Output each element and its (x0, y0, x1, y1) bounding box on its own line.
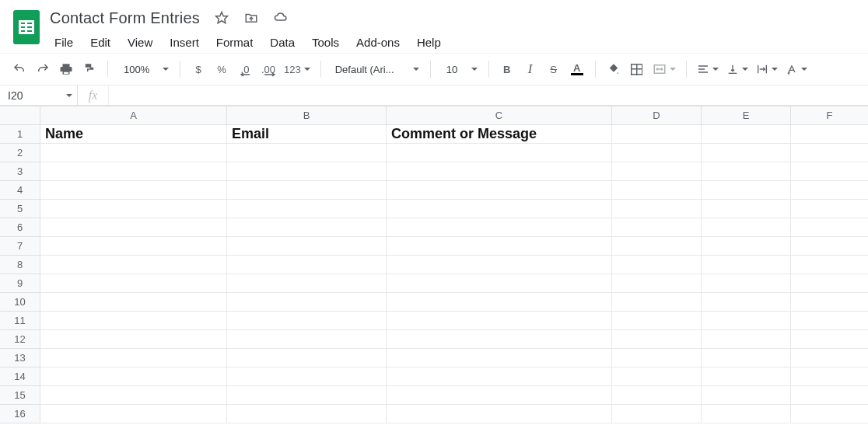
cell-D13[interactable] (612, 349, 702, 368)
cell-C11[interactable] (387, 312, 612, 330)
cell-F8[interactable] (791, 256, 868, 274)
cell-C6[interactable] (387, 218, 612, 237)
cell-D3[interactable] (612, 162, 702, 181)
row-header-2[interactable]: 2 (0, 144, 40, 162)
cell-E5[interactable] (702, 200, 791, 218)
cell-E14[interactable] (702, 368, 791, 386)
cell-C12[interactable] (387, 330, 612, 349)
cell-F16[interactable] (791, 405, 868, 423)
cell-B3[interactable] (227, 162, 387, 181)
cell-E6[interactable] (702, 218, 791, 237)
app-logo[interactable] (11, 6, 42, 48)
zoom-dropdown[interactable]: 100% (116, 58, 172, 80)
menu-addons[interactable]: Add-ons (350, 33, 406, 52)
row-header-5[interactable]: 5 (0, 200, 40, 218)
formula-input[interactable] (109, 85, 868, 105)
cell-D6[interactable] (612, 218, 702, 237)
cell-F2[interactable] (791, 144, 868, 162)
cell-B14[interactable] (227, 368, 387, 386)
cell-E10[interactable] (702, 293, 791, 312)
cell-B13[interactable] (227, 349, 387, 368)
cell-F7[interactable] (791, 237, 868, 256)
cell-C1[interactable]: Comment or Message (387, 125, 612, 144)
cell-D14[interactable] (612, 368, 702, 386)
cell-A4[interactable] (40, 181, 227, 200)
cell-C7[interactable] (387, 237, 612, 256)
menu-data[interactable]: Data (264, 33, 301, 52)
cell-C14[interactable] (387, 368, 612, 386)
cell-B16[interactable] (227, 405, 387, 423)
cell-C9[interactable] (387, 274, 612, 293)
cell-B7[interactable] (227, 237, 387, 256)
cell-A13[interactable] (40, 349, 227, 368)
cell-D8[interactable] (612, 256, 702, 274)
column-header-F[interactable]: F (791, 106, 868, 125)
increase-decimal-button[interactable]: .00 (258, 58, 278, 80)
cell-F1[interactable] (791, 125, 868, 144)
menu-tools[interactable]: Tools (306, 33, 345, 52)
fill-color-button[interactable] (604, 58, 624, 80)
cell-B10[interactable] (227, 293, 387, 312)
cell-B8[interactable] (227, 256, 387, 274)
cell-E7[interactable] (702, 237, 791, 256)
select-all-corner[interactable] (0, 106, 40, 125)
horizontal-align-dropdown[interactable] (695, 58, 721, 80)
column-header-B[interactable]: B (227, 106, 387, 125)
cell-D12[interactable] (612, 330, 702, 349)
text-wrap-dropdown[interactable] (754, 58, 780, 80)
cell-F12[interactable] (791, 330, 868, 349)
cell-B5[interactable] (227, 200, 387, 218)
text-rotation-dropdown[interactable] (783, 58, 810, 80)
row-header-9[interactable]: 9 (0, 274, 40, 293)
cell-B12[interactable] (227, 330, 387, 349)
print-button[interactable] (56, 58, 76, 80)
cell-B6[interactable] (227, 218, 387, 237)
font-family-dropdown[interactable]: Default (Ari... (329, 58, 422, 80)
cell-B11[interactable] (227, 312, 387, 330)
cell-C8[interactable] (387, 256, 612, 274)
cell-C3[interactable] (387, 162, 612, 181)
cell-E9[interactable] (702, 274, 791, 293)
column-header-C[interactable]: C (387, 106, 612, 125)
format-currency-button[interactable]: $ (188, 58, 208, 80)
cell-F6[interactable] (791, 218, 868, 237)
bold-button[interactable]: B (497, 58, 517, 80)
cell-E3[interactable] (702, 162, 791, 181)
vertical-align-dropdown[interactable] (724, 58, 751, 80)
cell-A2[interactable] (40, 144, 227, 162)
cell-F9[interactable] (791, 274, 868, 293)
cell-A5[interactable] (40, 200, 227, 218)
cell-D11[interactable] (612, 312, 702, 330)
column-header-A[interactable]: A (40, 106, 227, 125)
cell-C10[interactable] (387, 293, 612, 312)
more-formats-dropdown[interactable]: 123 (282, 58, 313, 80)
cell-D9[interactable] (612, 274, 702, 293)
cloud-status-icon[interactable] (273, 10, 289, 26)
menu-edit[interactable]: Edit (84, 33, 117, 52)
cell-F10[interactable] (791, 293, 868, 312)
cell-D10[interactable] (612, 293, 702, 312)
row-header-13[interactable]: 13 (0, 349, 40, 368)
cell-A12[interactable] (40, 330, 227, 349)
menu-help[interactable]: Help (411, 33, 447, 52)
cell-F11[interactable] (791, 312, 868, 330)
cell-E8[interactable] (702, 256, 791, 274)
cell-E15[interactable] (702, 386, 791, 405)
row-header-15[interactable]: 15 (0, 386, 40, 405)
cell-D5[interactable] (612, 200, 702, 218)
cell-A11[interactable] (40, 312, 227, 330)
cell-B4[interactable] (227, 181, 387, 200)
cell-E13[interactable] (702, 349, 791, 368)
cell-A9[interactable] (40, 274, 227, 293)
menu-view[interactable]: View (121, 33, 159, 52)
cell-F4[interactable] (791, 181, 868, 200)
cell-E4[interactable] (702, 181, 791, 200)
cell-C15[interactable] (387, 386, 612, 405)
cell-A15[interactable] (40, 386, 227, 405)
paint-format-button[interactable] (79, 58, 100, 80)
undo-button[interactable] (9, 58, 30, 80)
row-header-10[interactable]: 10 (0, 293, 40, 312)
cell-D16[interactable] (612, 405, 702, 423)
cell-F14[interactable] (791, 368, 868, 386)
cell-B15[interactable] (227, 386, 387, 405)
